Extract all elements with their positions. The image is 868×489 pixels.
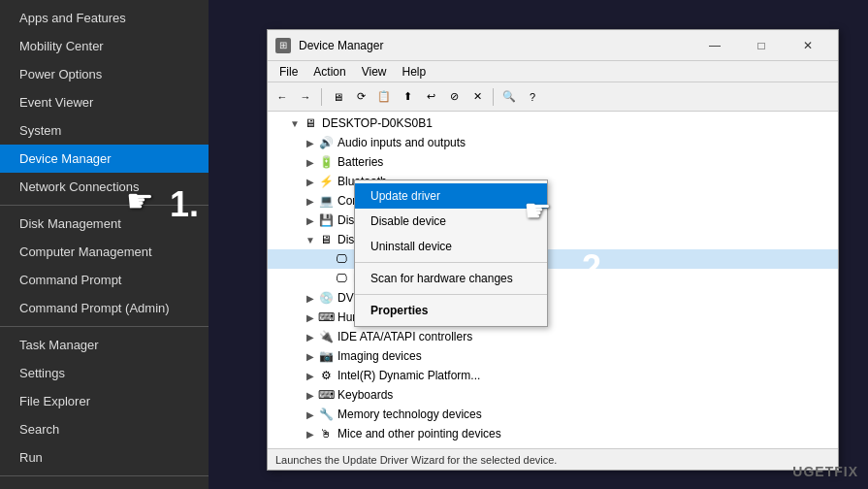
comp-icon: 💻 <box>318 193 334 209</box>
toolbar-refresh[interactable]: ⟳ <box>350 86 371 108</box>
toolbar-sep1 <box>321 88 322 106</box>
tree-root[interactable]: ▼ 🖥 DESKTOP-D0KS0B1 <box>268 114 838 133</box>
keyboard-icon: ⌨ <box>318 387 334 403</box>
toolbar-update[interactable]: ⬆ <box>397 86 418 108</box>
titlebar-buttons: — □ ✕ <box>692 32 830 59</box>
toolbar-computer[interactable]: 🖥 <box>327 86 348 108</box>
ctx-disable[interactable]: Disable device <box>355 209 547 234</box>
expand-display: ▼ <box>303 232 318 247</box>
menu-item-signout[interactable]: Shut down or sign out <box>0 480 209 489</box>
win-context-menu: Apps and Features Mobility Center Power … <box>0 0 209 489</box>
imaging-icon: 📷 <box>318 348 334 364</box>
dynamic-icon: ⚙ <box>318 368 334 383</box>
expand-root: ▼ <box>287 115 303 131</box>
expand-keyboards: ▶ <box>303 387 318 403</box>
mouse-icon: 🖱 <box>318 426 334 441</box>
tree-batteries-label: Batteries <box>338 155 383 169</box>
step1-label: 1. <box>170 184 199 225</box>
expand-monitors: ▶ <box>303 445 318 448</box>
ctx-separator <box>355 262 547 263</box>
tree-dynamic[interactable]: ▶ ⚙ Intel(R) Dynamic Platform... <box>268 366 838 385</box>
tree-imaging-label: Imaging devices <box>338 349 422 363</box>
menu-view[interactable]: View <box>354 63 395 81</box>
menu-item-taskmgr[interactable]: Task Manager <box>0 331 209 359</box>
window-icon: ⊞ <box>275 38 291 53</box>
dvd-icon: 💿 <box>318 290 334 306</box>
ctx-uninstall[interactable]: Uninstall device <box>355 234 547 259</box>
expand-nvidia <box>318 271 334 286</box>
expand-bluetooth: ▶ <box>303 174 318 189</box>
expand-hid: ▶ <box>303 310 318 325</box>
tree-audio[interactable]: ▶ 🔊 Audio inputs and outputs <box>268 133 838 152</box>
menu-item-event[interactable]: Event Viewer <box>0 88 209 116</box>
tree-batteries[interactable]: ▶ 🔋 Batteries <box>268 152 838 172</box>
toolbar-back[interactable]: ← <box>272 86 293 108</box>
toolbar-forward[interactable]: → <box>295 86 316 108</box>
step2-label: 2. <box>582 247 611 288</box>
tree-memory[interactable]: ▶ 🔧 Memory technology devices <box>268 405 838 424</box>
minimize-button[interactable]: — <box>692 32 737 59</box>
menu-file[interactable]: File <box>272 63 305 81</box>
menu-item-run[interactable]: Run <box>0 443 209 472</box>
context-menu-popup: Update driver Disable device Uninstall d… <box>354 179 548 327</box>
toolbar-props[interactable]: 📋 <box>373 86 395 108</box>
tree-monitors-label: Monitors <box>338 446 382 448</box>
menu-item-mobility[interactable]: Mobility Center <box>0 32 209 60</box>
close-button[interactable]: ✕ <box>786 32 830 59</box>
tree-root-label: DESKTOP-D0KS0B1 <box>322 116 433 130</box>
toolbar-uninstall[interactable]: ✕ <box>466 86 488 108</box>
menu-item-apps[interactable]: Apps and Features <box>0 4 209 32</box>
expand-dvd: ▶ <box>303 290 318 306</box>
ctx-scan[interactable]: Scan for hardware changes <box>355 266 547 291</box>
display-icon: 🖥 <box>318 232 334 247</box>
device-manager-window: ⊞ Device Manager — □ ✕ File Action View … <box>267 29 839 471</box>
menu-item-power[interactable]: Power Options <box>0 60 209 88</box>
tree-imaging[interactable]: ▶ 📷 Imaging devices <box>268 346 838 366</box>
memory-icon: 🔧 <box>318 407 334 422</box>
tree-keyboards[interactable]: ▶ ⌨ Keyboards <box>268 385 838 405</box>
toolbar-scan[interactable]: 🔍 <box>498 86 520 108</box>
tree-mice[interactable]: ▶ 🖱 Mice and other pointing devices <box>268 424 838 443</box>
tree-mice-label: Mice and other pointing devices <box>338 427 501 440</box>
audio-icon: 🔊 <box>318 135 334 150</box>
logo-text: UGETFIX <box>792 464 858 479</box>
monitor-icon: 🖥 <box>318 445 334 448</box>
expand-audio: ▶ <box>303 135 318 150</box>
toolbar-help[interactable]: ? <box>522 86 543 108</box>
ctx-update-driver[interactable]: Update driver <box>355 183 547 209</box>
menu-item-compmgmt[interactable]: Computer Management <box>0 238 209 266</box>
statusbar: Launches the Update Driver Wizard for th… <box>268 448 838 470</box>
hid-icon: ⌨ <box>318 310 334 325</box>
maximize-button[interactable]: □ <box>739 32 784 59</box>
expand-mice: ▶ <box>303 426 318 441</box>
tree-dynamic-label: Intel(R) Dynamic Platform... <box>338 369 480 382</box>
ctx-properties[interactable]: Properties <box>355 298 547 323</box>
menu-item-cmd-admin[interactable]: Command Prompt (Admin) <box>0 294 209 322</box>
menu-action[interactable]: Action <box>305 63 353 81</box>
ctx-separator2 <box>355 294 547 295</box>
expand-imaging: ▶ <box>303 348 318 364</box>
expand-dynamic: ▶ <box>303 368 318 383</box>
disk-icon: 💾 <box>318 212 334 228</box>
menu-item-system[interactable]: System <box>0 116 209 145</box>
tree-audio-label: Audio inputs and outputs <box>338 136 466 149</box>
menu-item-explorer[interactable]: File Explorer <box>0 387 209 415</box>
bluetooth-icon: ⚡ <box>318 174 334 189</box>
expand-batteries: ▶ <box>303 154 318 170</box>
menu-item-cmd[interactable]: Command Prompt <box>0 266 209 294</box>
toolbar-disable[interactable]: ⊘ <box>443 86 465 108</box>
expand-disk: ▶ <box>303 212 318 228</box>
menu-item-search[interactable]: Search <box>0 415 209 443</box>
expand-memory: ▶ <box>303 407 318 422</box>
tree-ide[interactable]: ▶ 🔌 IDE ATA/ATAPI controllers <box>268 327 838 346</box>
menu-item-devmgr[interactable]: Device Manager <box>0 145 209 173</box>
menu-separator-2 <box>0 326 209 327</box>
window-title: Device Manager <box>299 39 692 52</box>
tree-monitors[interactable]: ▶ 🖥 Monitors <box>268 443 838 448</box>
toolbar-rollback[interactable]: ↩ <box>420 86 441 108</box>
menu-item-settings[interactable]: Settings <box>0 359 209 387</box>
computer-icon: 🖥 <box>303 115 318 131</box>
tree-keyboards-label: Keyboards <box>338 388 393 402</box>
left-context-menu: Apps and Features Mobility Center Power … <box>0 0 209 489</box>
menu-help[interactable]: Help <box>395 63 434 81</box>
